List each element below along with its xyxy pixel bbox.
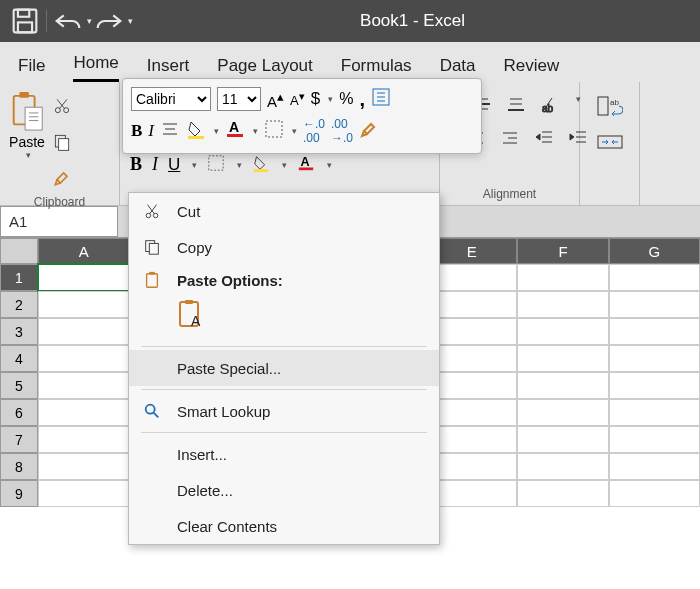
row-headers: 1 2 3 4 5 6 7 8 9 (0, 264, 38, 507)
svg-rect-51 (227, 134, 243, 137)
accounting-format-icon[interactable]: $ (311, 89, 320, 109)
cut-icon[interactable] (52, 96, 72, 120)
fill-color-button[interactable] (252, 154, 270, 176)
row-header[interactable]: 7 (0, 426, 38, 453)
font-name-select[interactable]: Calibri (131, 87, 211, 111)
italic-button[interactable]: I (152, 154, 158, 175)
mini-format-painter-icon[interactable] (359, 119, 379, 143)
bold-button[interactable]: B (130, 154, 142, 175)
col-header-g[interactable]: G (609, 238, 700, 264)
underline-button[interactable]: U (168, 155, 180, 175)
row-header[interactable]: 8 (0, 453, 38, 480)
cell[interactable] (38, 291, 129, 318)
cell[interactable] (517, 345, 608, 372)
cell[interactable] (609, 399, 700, 426)
menu-copy[interactable]: Copy (129, 229, 439, 265)
merge-center-icon[interactable] (597, 132, 623, 156)
mini-align-icon[interactable] (160, 119, 180, 143)
paste-option-all[interactable]: A (129, 295, 439, 343)
align-right-icon[interactable] (500, 128, 520, 152)
orientation-icon[interactable]: ab (540, 94, 560, 118)
conditional-format-icon[interactable] (371, 87, 391, 111)
svg-text:ab: ab (542, 103, 554, 114)
cell[interactable] (609, 372, 700, 399)
increase-decimal-icon[interactable]: ←.0.00 (303, 117, 325, 145)
font-color-button[interactable]: A (297, 154, 315, 176)
select-all-corner[interactable] (0, 238, 38, 264)
tab-home[interactable]: Home (73, 53, 118, 82)
tab-review[interactable]: Review (504, 56, 560, 82)
cut-icon (141, 202, 163, 220)
borders-button[interactable] (207, 154, 225, 176)
mini-bold-button[interactable]: B (131, 121, 142, 141)
row-header[interactable]: 2 (0, 291, 38, 318)
svg-rect-5 (25, 107, 42, 130)
copy-icon (141, 238, 163, 256)
mini-borders-icon[interactable] (264, 119, 284, 143)
row-header[interactable]: 5 (0, 372, 38, 399)
cell[interactable] (609, 264, 700, 291)
mini-font-color-icon[interactable]: A (225, 119, 245, 143)
cell[interactable] (38, 345, 129, 372)
cell[interactable] (38, 264, 129, 291)
cell[interactable] (609, 345, 700, 372)
paste-button[interactable]: Paste ▾ (8, 90, 46, 160)
cell[interactable] (517, 318, 608, 345)
align-bottom-icon[interactable] (506, 94, 526, 118)
mini-italic-button[interactable]: I (148, 121, 154, 141)
redo-button[interactable] (92, 4, 126, 38)
increase-font-icon[interactable]: A▴ (267, 89, 284, 110)
menu-insert[interactable]: Insert... (129, 436, 439, 472)
cell[interactable] (609, 318, 700, 345)
svg-text:ab: ab (610, 98, 619, 107)
menu-paste-special[interactable]: Paste Special... (129, 350, 439, 386)
svg-point-53 (146, 213, 151, 218)
row-header[interactable]: 3 (0, 318, 38, 345)
cell[interactable] (517, 453, 608, 480)
cell[interactable] (517, 372, 608, 399)
font-size-select[interactable]: 11 (217, 87, 261, 111)
cell[interactable] (38, 480, 129, 507)
cell[interactable] (38, 453, 129, 480)
cell[interactable] (609, 480, 700, 507)
comma-format-icon[interactable]: , (359, 88, 365, 111)
percent-format-icon[interactable]: % (339, 90, 353, 108)
cell[interactable] (38, 372, 129, 399)
cell[interactable] (609, 453, 700, 480)
menu-delete[interactable]: Delete... (129, 472, 439, 508)
row-header[interactable]: 4 (0, 345, 38, 372)
cell[interactable] (517, 264, 608, 291)
cell[interactable] (517, 426, 608, 453)
menu-label: Cut (177, 203, 200, 220)
cell[interactable] (517, 291, 608, 318)
undo-button[interactable] (51, 4, 85, 38)
svg-rect-16 (299, 167, 313, 170)
cell[interactable] (38, 399, 129, 426)
menu-label: Clear Contents (177, 518, 277, 535)
format-painter-icon[interactable] (52, 168, 72, 192)
col-header-f[interactable]: F (517, 238, 608, 264)
col-header-a[interactable]: A (38, 238, 129, 264)
wrap-text-icon[interactable]: ab (597, 96, 623, 120)
row-header[interactable]: 9 (0, 480, 38, 507)
mini-fill-color-icon[interactable] (186, 119, 206, 143)
menu-clear-contents[interactable]: Clear Contents (129, 508, 439, 544)
copy-icon[interactable] (52, 132, 72, 156)
ribbon-tabs: File Home Insert Page Layout Formulas Da… (0, 42, 700, 82)
cell[interactable] (609, 291, 700, 318)
cell[interactable] (38, 318, 129, 345)
row-header[interactable]: 6 (0, 399, 38, 426)
row-header[interactable]: 1 (0, 264, 38, 291)
decrease-decimal-icon[interactable]: .00→.0 (331, 117, 353, 145)
svg-rect-44 (598, 136, 622, 148)
tab-file[interactable]: File (18, 56, 45, 82)
save-icon[interactable] (8, 4, 42, 38)
cell[interactable] (609, 426, 700, 453)
cell[interactable] (517, 480, 608, 507)
menu-smart-lookup[interactable]: Smart Lookup (129, 393, 439, 429)
cell[interactable] (38, 426, 129, 453)
decrease-font-icon[interactable]: A▾ (290, 90, 305, 108)
cell[interactable] (517, 399, 608, 426)
decrease-indent-icon[interactable] (534, 128, 554, 152)
menu-cut[interactable]: Cut (129, 193, 439, 229)
